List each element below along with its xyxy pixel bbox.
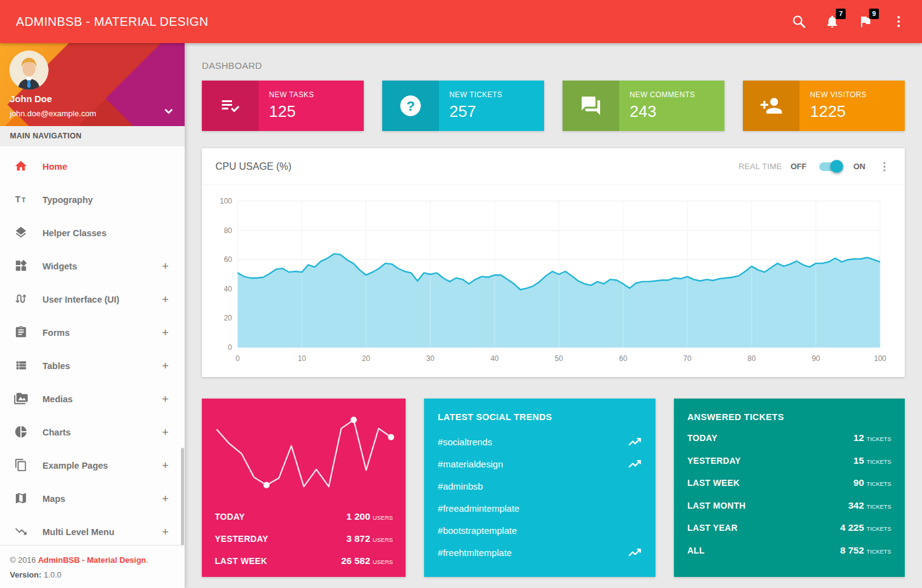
stat-row: LAST WEEK 26 582USERS	[215, 550, 393, 572]
info-box-row: NEW TASKS 125 ? NEW TICKETS 257 NEW COMM…	[202, 81, 905, 131]
cpu-card-title: CPU USAGE (%)	[215, 161, 292, 172]
trend-row[interactable]: #bootstraptemplate	[438, 519, 641, 541]
flag-icon[interactable]: 9	[858, 14, 873, 29]
toggle-off-label: OFF	[791, 162, 807, 171]
flags-badge: 9	[869, 9, 879, 19]
search-icon[interactable]	[792, 14, 806, 29]
brand-link[interactable]: AdminBSB - Material Design	[38, 555, 146, 565]
info-box-label: NEW TICKETS	[449, 90, 502, 99]
svg-text:0: 0	[228, 343, 232, 352]
layers-icon	[14, 226, 29, 240]
svg-text:40: 40	[224, 285, 233, 293]
sidebar-menu: Home TT Typography Helper Classes Widget…	[0, 146, 185, 545]
svg-text:80: 80	[224, 226, 233, 235]
svg-text:20: 20	[224, 314, 233, 322]
info-box-label: NEW TASKS	[269, 90, 314, 99]
svg-text:90: 90	[812, 354, 820, 363]
notifications-bell-icon[interactable]: 7	[825, 14, 840, 29]
trend-row[interactable]: #materialdesign	[438, 453, 641, 475]
trending-down-icon	[14, 525, 29, 539]
sidebar-scrollbar[interactable]	[181, 448, 184, 545]
tickets-card-title: ANSWERED TICKETS	[687, 412, 891, 422]
cpu-usage-chart: 0204060801000102030405060708090100	[206, 193, 899, 372]
svg-text:100: 100	[874, 354, 886, 363]
info-box-new-visitors[interactable]: NEW VISITORS 1225	[743, 81, 905, 131]
perm-media-icon	[14, 392, 29, 407]
typography-icon: TT	[14, 193, 29, 207]
expand-plus-icon[interactable]: +	[162, 260, 169, 273]
person-add-icon	[743, 81, 800, 131]
social-trends-card: LATEST SOCIAL TRENDS #socialtrends #mate…	[424, 399, 655, 577]
sidebar-item-home[interactable]: Home	[0, 150, 185, 183]
svg-text:40: 40	[491, 354, 499, 363]
info-box-value: 1225	[810, 102, 867, 121]
info-box-new-tickets[interactable]: ? NEW TICKETS 257	[382, 81, 544, 131]
svg-text:20: 20	[362, 354, 371, 363]
real-time-toggle[interactable]	[819, 162, 841, 171]
copyright-text: © 2016	[10, 555, 38, 565]
help-icon: ?	[382, 81, 439, 131]
trend-row[interactable]: #socialtrends	[438, 431, 641, 453]
sidebar-item-typography[interactable]: TT Typography	[0, 183, 185, 217]
sidebar-item-widgets[interactable]: Widgets +	[0, 250, 185, 283]
ticket-row: LAST WEEK 90TICKETS	[687, 472, 891, 495]
sidebar-item-charts[interactable]: Charts +	[0, 416, 185, 449]
real-time-label: REAL TIME	[739, 162, 782, 171]
more-vert-icon[interactable]	[891, 14, 906, 29]
svg-text:T: T	[15, 195, 21, 204]
assignment-icon	[14, 325, 29, 340]
visitors-stats-card: TODAY 1 200USERS YESTERDAY 3 872USERS LA…	[202, 399, 406, 577]
user-profile-panel: John Doe john.doe@example.com	[0, 43, 185, 126]
info-box-new-tasks[interactable]: NEW TASKS 125	[202, 81, 364, 131]
expand-plus-icon[interactable]: +	[162, 426, 169, 439]
ticket-row: YESTERDAY 15TICKETS	[687, 450, 891, 472]
sidebar-item-tables[interactable]: Tables +	[0, 349, 185, 383]
home-icon	[14, 159, 29, 174]
trend-row[interactable]: #freeadmintemplate	[438, 497, 641, 519]
sidebar-item-example-pages[interactable]: Example Pages +	[0, 449, 185, 482]
cpu-card-header: CPU USAGE (%) REAL TIME OFF ON	[202, 148, 905, 185]
expand-plus-icon[interactable]: +	[162, 392, 169, 406]
sidebar-item-medias[interactable]: Medias +	[0, 383, 185, 416]
stat-row: YESTERDAY 3 872USERS	[215, 528, 393, 550]
svg-text:60: 60	[619, 354, 628, 363]
sidebar-item-multi-level-menu[interactable]: Multi Level Menu +	[0, 515, 185, 545]
info-box-new-comments[interactable]: NEW COMMENTS 243	[563, 81, 724, 131]
info-box-value: 243	[630, 102, 695, 121]
topbar-actions: 7 9	[792, 14, 906, 29]
nav-section-label: MAIN NAVIGATION	[0, 126, 185, 146]
content-copy-icon	[14, 458, 29, 473]
sidebar-item-user-interface[interactable]: User Interface (UI) +	[0, 283, 185, 316]
sidebar-item-helper-classes[interactable]: Helper Classes	[0, 217, 185, 250]
trends-card-title: LATEST SOCIAL TRENDS	[438, 412, 641, 422]
main-content: DASHBOARD NEW TASKS 125 ? NEW TICKETS 25…	[185, 43, 922, 588]
expand-plus-icon[interactable]: +	[162, 359, 169, 373]
svg-text:0: 0	[236, 354, 240, 363]
svg-text:?: ?	[406, 98, 415, 114]
version-value: 1.0.0	[44, 570, 62, 579]
sidebar-item-maps[interactable]: Maps +	[0, 482, 185, 515]
chevron-down-icon[interactable]	[162, 105, 175, 117]
page-title: DASHBOARD	[202, 60, 905, 71]
notifications-badge: 7	[836, 9, 846, 19]
card-menu-more-vert-icon[interactable]	[878, 160, 891, 173]
expand-plus-icon[interactable]: +	[162, 492, 169, 506]
svg-text:70: 70	[683, 354, 692, 363]
pie-chart-icon	[14, 425, 29, 440]
sidebar-item-forms[interactable]: Forms +	[0, 316, 185, 349]
expand-plus-icon[interactable]: +	[162, 525, 169, 539]
trend-row[interactable]: #freehtmltemplate	[438, 541, 641, 563]
svg-text:30: 30	[427, 354, 435, 363]
user-email: john.doe@example.com	[10, 109, 96, 118]
svg-text:80: 80	[748, 354, 756, 363]
expand-plus-icon[interactable]: +	[162, 326, 169, 340]
widgets-icon	[14, 259, 29, 274]
sidebar: John Doe john.doe@example.com MAIN NAVIG…	[0, 43, 185, 588]
expand-plus-icon[interactable]: +	[162, 293, 169, 306]
view-list-icon	[14, 359, 29, 373]
ticket-row: ALL 8 752TICKETS	[687, 539, 891, 562]
ticket-row: LAST YEAR 4 225TICKETS	[687, 517, 891, 539]
expand-plus-icon[interactable]: +	[162, 459, 169, 472]
info-box-label: NEW COMMENTS	[630, 90, 695, 99]
trend-row[interactable]: #adminbsb	[438, 475, 641, 497]
